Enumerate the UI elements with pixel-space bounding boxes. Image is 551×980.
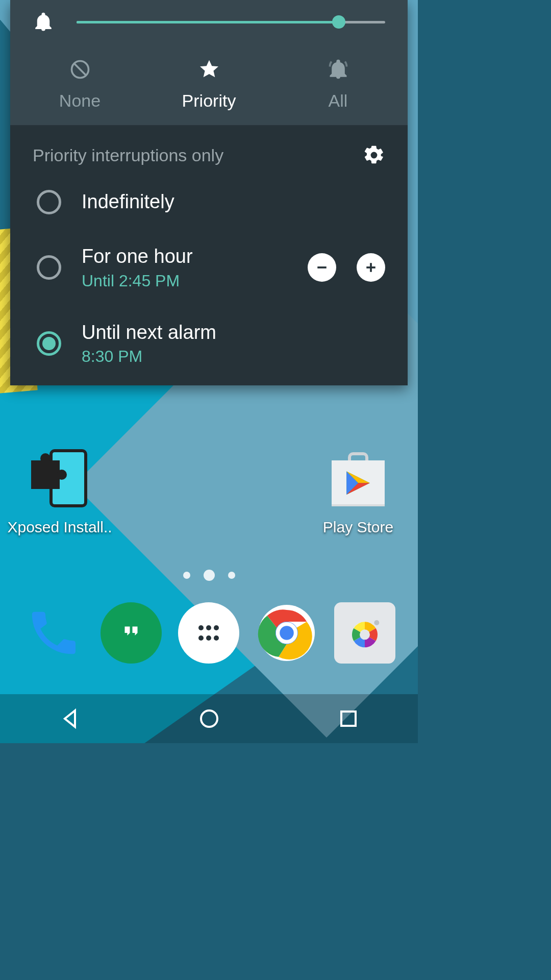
home-button[interactable]	[197, 706, 221, 731]
dock-hangouts[interactable]	[101, 602, 162, 664]
xposed-icon	[29, 449, 90, 510]
phone-icon	[25, 605, 81, 661]
chrome-icon	[256, 602, 317, 664]
volume-slider[interactable]	[77, 16, 385, 28]
volume-row	[10, 0, 408, 48]
app-label: Xposed Install..	[7, 519, 112, 536]
app-label: Play Store	[323, 519, 393, 536]
star-icon	[198, 58, 220, 81]
back-button[interactable]	[58, 706, 82, 731]
page-dot[interactable]	[228, 572, 235, 579]
option-indefinitely[interactable]: Indefinitely	[37, 190, 385, 214]
mode-none[interactable]: None	[15, 58, 144, 111]
plus-icon	[363, 260, 379, 275]
hangouts-icon	[116, 618, 146, 648]
radio-icon	[37, 190, 61, 214]
priority-body: Priority interruptions only Indefinitely…	[10, 126, 408, 385]
duration-stepper	[308, 253, 385, 282]
minus-icon	[314, 260, 330, 275]
svg-rect-22	[341, 712, 356, 726]
volume-thumb[interactable]	[332, 15, 345, 29]
svg-point-20	[374, 620, 379, 625]
mode-none-label: None	[59, 91, 101, 111]
radio-icon	[37, 255, 61, 280]
dock	[0, 602, 418, 664]
svg-point-14	[214, 635, 219, 641]
svg-line-1	[74, 64, 86, 75]
recents-button[interactable]	[336, 706, 361, 731]
playstore-icon	[328, 449, 389, 510]
option-until-alarm[interactable]: Until next alarm 8:30 PM	[37, 321, 385, 366]
option-sub: Until 2:45 PM	[82, 272, 193, 290]
bell-ring-icon	[327, 58, 349, 81]
svg-point-9	[198, 625, 204, 630]
svg-point-10	[206, 625, 211, 630]
mode-row: None Priority All	[10, 48, 408, 126]
gear-icon[interactable]	[363, 144, 385, 166]
svg-point-21	[201, 710, 217, 727]
option-label: For one hour	[82, 245, 193, 268]
page-dot[interactable]	[183, 572, 190, 579]
dock-camera[interactable]	[334, 602, 395, 664]
app-xposed[interactable]: Xposed Install..	[16, 449, 103, 536]
svg-point-17	[278, 624, 296, 642]
svg-point-12	[198, 635, 204, 641]
option-sub: 8:30 PM	[82, 347, 216, 366]
dock-apps[interactable]	[178, 602, 239, 664]
option-label: Until next alarm	[82, 321, 216, 345]
plus-button[interactable]	[357, 253, 385, 282]
minus-button[interactable]	[308, 253, 336, 282]
bell-icon	[33, 11, 54, 33]
none-icon	[69, 58, 91, 81]
page-indicator[interactable]	[0, 572, 418, 581]
svg-point-19	[360, 629, 370, 640]
mode-all[interactable]: All	[273, 58, 403, 111]
option-one-hour[interactable]: For one hour Until 2:45 PM	[37, 245, 385, 290]
app-playstore[interactable]: Play Store	[315, 449, 402, 536]
priority-title: Priority interruptions only	[33, 145, 223, 165]
dock-chrome[interactable]	[256, 602, 317, 664]
play-triangle-icon	[339, 465, 378, 504]
svg-point-11	[214, 625, 219, 630]
option-label: Indefinitely	[82, 190, 174, 214]
mode-all-label: All	[329, 91, 348, 111]
volume-fill	[77, 21, 339, 23]
svg-rect-4	[370, 263, 372, 273]
home-apps: Xposed Install.. Play Store	[0, 449, 418, 536]
page-dot-current[interactable]	[204, 570, 215, 581]
apps-icon	[193, 618, 224, 648]
camera-icon	[344, 612, 385, 653]
svg-rect-2	[317, 266, 327, 268]
duration-list: Indefinitely For one hour Until 2:45 PM	[33, 190, 385, 366]
interruptions-panel: None Priority All Priority interruptions…	[10, 0, 408, 385]
radio-icon	[37, 331, 61, 356]
svg-point-13	[206, 635, 211, 641]
dock-phone[interactable]	[22, 602, 84, 664]
nav-bar	[0, 694, 418, 743]
mode-priority-label: Priority	[182, 91, 236, 111]
mode-priority[interactable]: Priority	[144, 58, 273, 111]
